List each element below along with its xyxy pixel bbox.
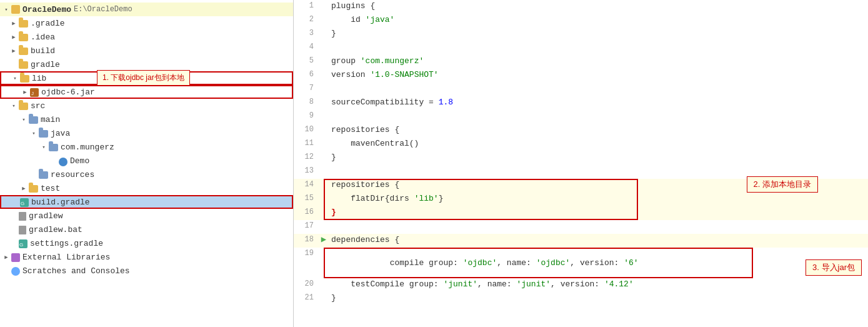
code-line-9: 9 (294, 110, 868, 124)
tree-root[interactable]: ▾ OracleDemo E:\OracleDemo (0, 3, 293, 16)
tree-item-main[interactable]: ▾ main (0, 113, 293, 126)
item-label: gradlew.bat (29, 225, 82, 234)
item-label: External Libraries (22, 253, 110, 262)
folder-icon (20, 75, 29, 83)
item-label: .gradle (31, 19, 65, 28)
code-line-20: 20 testCompile group: 'junit', name: 'ju… (294, 278, 868, 292)
code-line-1: 1 plugins { (294, 0, 868, 14)
file-tree[interactable]: ▾ OracleDemo E:\OracleDemo ▶ .gradle ▶ .… (0, 0, 294, 327)
callout-2: 2. 添加本地目录 (747, 176, 818, 193)
callout-1: 1. 下载ojdbc jar包到本地 (97, 70, 190, 86)
tree-item-com-mungerz[interactable]: ▾ com.mungerz (0, 140, 293, 154)
tree-item-build[interactable]: ▶ build (0, 44, 293, 58)
tree-item-ojdbc[interactable]: ▶ J ojdbc-6.jar (0, 85, 293, 99)
code-line-3: 3 } (294, 28, 868, 41)
tree-item-resources[interactable]: ▶ resources (0, 168, 293, 181)
code-line-10: 10 repositories { (294, 124, 868, 138)
code-line-12: 12 } (294, 151, 868, 165)
svg-point-7 (11, 267, 20, 276)
item-label: ojdbc-6.jar (41, 88, 95, 97)
code-line-11: 11 mavenCentral() (294, 138, 868, 151)
compile-line-wrapper: 19 compile group: 'ojdbc', name: 'ojdbc'… (294, 248, 868, 278)
arrow-icon: ▾ (2, 6, 10, 13)
item-label: settings.gradle (30, 239, 103, 248)
tree-item-gradle-hidden[interactable]: ▶ .gradle (0, 16, 293, 30)
code-line-21: 21 } (294, 292, 868, 306)
code-line-17: 17 (294, 220, 868, 234)
item-label: java (51, 129, 70, 138)
code-editor: 2. 添加本地目录 3. 导入jar包 1 plugins { 2 id 'ja… (294, 0, 868, 327)
item-label: com.mungerz (61, 143, 114, 152)
tree-item-java[interactable]: ▾ java (0, 126, 293, 140)
file-icon (19, 226, 26, 234)
tree-item-idea[interactable]: ▶ .idea (0, 30, 293, 44)
tree-item-gradlew-bat[interactable]: ▶ gradlew.bat (0, 223, 293, 236)
item-label: build.gradle (31, 198, 90, 207)
code-line-19: 19 compile group: 'ojdbc', name: 'ojdbc'… (294, 248, 868, 278)
code-line-4: 4 (294, 41, 868, 55)
code-line-5: 5 group 'com.mungerz' (294, 55, 868, 69)
code-line-2: 2 id 'java' (294, 14, 868, 28)
svg-text:G: G (19, 242, 23, 248)
tree-item-gradle[interactable]: ▶ gradle (0, 58, 293, 71)
folder-icon (19, 48, 28, 55)
folder-icon (29, 185, 38, 193)
code-line-16: 16 } (294, 206, 868, 220)
code-line-18: 18 ▶ dependencies { (294, 234, 868, 248)
item-label: build (31, 46, 55, 56)
tree-item-build-gradle[interactable]: ▶ G build.gradle (0, 195, 293, 209)
svg-rect-6 (11, 253, 20, 262)
tree-item-scratches[interactable]: ▶ Scratches and Consoles (0, 264, 293, 278)
gradle-icon: G (20, 198, 29, 207)
tree-item-external-libraries[interactable]: ▶ External Libraries (0, 250, 293, 264)
folder-icon (39, 130, 48, 138)
code-line-8: 8 sourceCompatibility = 1.8 (294, 96, 868, 110)
tree-item-test[interactable]: ▶ test (0, 181, 293, 195)
folder-icon (19, 103, 28, 110)
item-label: lib (32, 74, 46, 83)
item-label: test (41, 184, 60, 193)
code-line-15: 15 flatDir{dirs 'lib'} (294, 193, 868, 206)
item-label: .idea (31, 33, 55, 42)
tree-item-demo[interactable]: ▶ Demo (0, 154, 293, 168)
external-icon (11, 253, 20, 262)
item-label: gradle (31, 60, 60, 69)
tree-item-src[interactable]: ▾ src (0, 99, 293, 113)
code-line-7: 7 (294, 83, 868, 96)
file-icon (19, 212, 26, 221)
folder-icon (49, 144, 58, 151)
svg-text:J: J (31, 91, 34, 96)
item-label: main (41, 115, 60, 124)
tree-item-settings-gradle[interactable]: ▶ G settings.gradle (0, 236, 293, 250)
root-path: E:\OracleDemo (74, 5, 132, 14)
item-label: Scratches and Consoles (22, 266, 130, 276)
item-label: Demo (70, 156, 89, 166)
gradle-icon: G (19, 239, 27, 248)
jar-icon: J (30, 88, 39, 97)
item-label: resources (51, 170, 94, 179)
item-label: gradlew (29, 211, 63, 221)
root-label: OracleDemo (22, 5, 71, 14)
callout-3: 3. 导入jar包 (806, 259, 862, 276)
project-icon (11, 5, 20, 14)
folder-icon (39, 171, 48, 179)
tree-item-gradlew[interactable]: ▶ gradlew (0, 209, 293, 223)
item-label: src (31, 101, 45, 111)
folder-icon (19, 34, 28, 41)
svg-text:G: G (21, 201, 24, 206)
code-line-6: 6 version '1.0-SNAPSHOT' (294, 69, 868, 83)
folder-icon (29, 116, 38, 124)
scratches-icon (11, 267, 20, 276)
folder-icon (19, 61, 28, 69)
globe-icon (59, 158, 67, 166)
folder-icon (19, 20, 28, 28)
